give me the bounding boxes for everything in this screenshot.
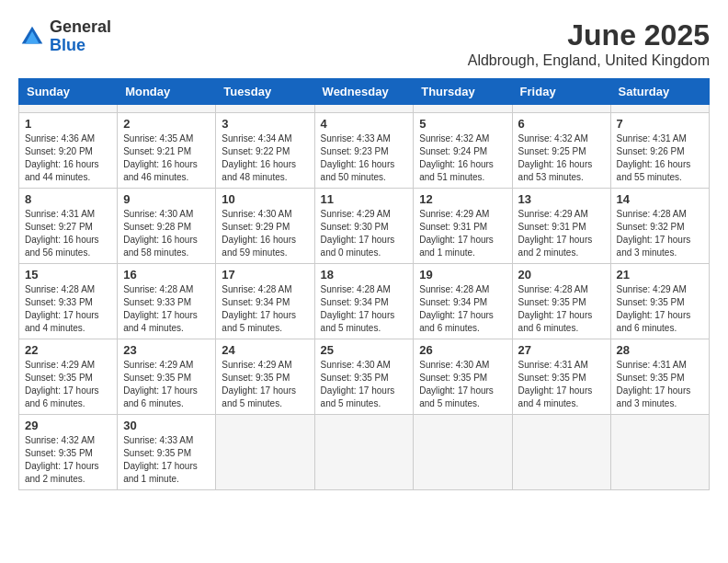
calendar-day-24: 24Sunrise: 4:29 AM Sunset: 9:35 PM Dayli… <box>216 339 314 415</box>
calendar-day-15: 15Sunrise: 4:28 AM Sunset: 9:33 PM Dayli… <box>19 264 118 339</box>
day-number: 24 <box>222 343 308 357</box>
day-number: 2 <box>123 117 210 131</box>
day-info: Sunrise: 4:29 AM Sunset: 9:31 PM Dayligh… <box>518 208 605 259</box>
day-number: 13 <box>518 192 605 206</box>
day-number: 21 <box>617 268 703 282</box>
weekday-header-tuesday: Tuesday <box>216 79 314 105</box>
calendar-day-empty <box>610 415 709 490</box>
calendar-day-18: 18Sunrise: 4:28 AM Sunset: 9:34 PM Dayli… <box>314 264 414 339</box>
day-info: Sunrise: 4:33 AM Sunset: 9:35 PM Dayligh… <box>123 434 210 486</box>
calendar-day-20: 20Sunrise: 4:28 AM Sunset: 9:35 PM Dayli… <box>512 264 610 339</box>
location-title: Aldbrough, England, United Kingdom <box>468 52 710 69</box>
calendar-day-2: 2Sunrise: 4:35 AM Sunset: 9:21 PM Daylig… <box>118 113 216 189</box>
weekday-header-sunday: Sunday <box>19 79 118 105</box>
calendar-day-25: 25Sunrise: 4:30 AM Sunset: 9:35 PM Dayli… <box>314 339 414 415</box>
day-info: Sunrise: 4:32 AM Sunset: 9:25 PM Dayligh… <box>518 132 605 184</box>
weekday-header-thursday: Thursday <box>414 79 512 105</box>
calendar-week-row <box>19 105 710 113</box>
calendar-day-empty <box>314 105 414 113</box>
calendar-day-11: 11Sunrise: 4:29 AM Sunset: 9:30 PM Dayli… <box>314 189 414 264</box>
logo-text: General Blue <box>50 18 111 55</box>
calendar-table: SundayMondayTuesdayWednesdayThursdayFrid… <box>18 78 710 490</box>
day-number: 1 <box>25 117 111 131</box>
day-info: Sunrise: 4:32 AM Sunset: 9:24 PM Dayligh… <box>419 132 506 184</box>
calendar-day-19: 19Sunrise: 4:28 AM Sunset: 9:34 PM Dayli… <box>414 264 512 339</box>
day-info: Sunrise: 4:30 AM Sunset: 9:35 PM Dayligh… <box>419 359 506 410</box>
day-info: Sunrise: 4:35 AM Sunset: 9:21 PM Dayligh… <box>123 132 210 184</box>
logo-general-label: General <box>50 18 111 37</box>
day-number: 26 <box>419 343 506 357</box>
day-number: 29 <box>25 419 111 432</box>
calendar-week-row: 1Sunrise: 4:36 AM Sunset: 9:20 PM Daylig… <box>19 113 710 189</box>
weekday-header-monday: Monday <box>118 79 216 105</box>
day-number: 9 <box>123 192 210 206</box>
calendar-day-29: 29Sunrise: 4:32 AM Sunset: 9:35 PM Dayli… <box>19 415 118 490</box>
logo: General Blue <box>18 18 111 55</box>
logo-icon <box>18 23 46 51</box>
calendar-day-30: 30Sunrise: 4:33 AM Sunset: 9:35 PM Dayli… <box>118 415 216 490</box>
calendar-day-empty <box>512 105 610 113</box>
calendar-day-12: 12Sunrise: 4:29 AM Sunset: 9:31 PM Dayli… <box>414 189 512 264</box>
day-number: 3 <box>222 117 308 131</box>
day-number: 19 <box>419 268 506 282</box>
day-info: Sunrise: 4:31 AM Sunset: 9:27 PM Dayligh… <box>25 208 111 259</box>
calendar-day-empty <box>216 415 314 490</box>
day-info: Sunrise: 4:29 AM Sunset: 9:35 PM Dayligh… <box>617 283 703 335</box>
calendar-day-4: 4Sunrise: 4:33 AM Sunset: 9:23 PM Daylig… <box>314 113 414 189</box>
day-number: 14 <box>617 192 703 206</box>
day-number: 12 <box>419 192 506 206</box>
day-info: Sunrise: 4:28 AM Sunset: 9:34 PM Dayligh… <box>419 283 506 335</box>
day-info: Sunrise: 4:29 AM Sunset: 9:35 PM Dayligh… <box>222 359 308 410</box>
day-number: 25 <box>321 343 408 357</box>
day-info: Sunrise: 4:29 AM Sunset: 9:35 PM Dayligh… <box>25 359 111 410</box>
calendar-day-empty <box>414 105 512 113</box>
day-number: 28 <box>617 343 703 357</box>
calendar-day-empty <box>314 415 414 490</box>
calendar-day-26: 26Sunrise: 4:30 AM Sunset: 9:35 PM Dayli… <box>414 339 512 415</box>
calendar-day-21: 21Sunrise: 4:29 AM Sunset: 9:35 PM Dayli… <box>610 264 709 339</box>
day-info: Sunrise: 4:31 AM Sunset: 9:35 PM Dayligh… <box>617 359 703 410</box>
logo-blue-label: Blue <box>50 37 111 55</box>
day-number: 4 <box>321 117 408 131</box>
calendar-day-9: 9Sunrise: 4:30 AM Sunset: 9:28 PM Daylig… <box>118 189 216 264</box>
day-info: Sunrise: 4:31 AM Sunset: 9:35 PM Dayligh… <box>518 359 605 410</box>
day-info: Sunrise: 4:28 AM Sunset: 9:35 PM Dayligh… <box>518 283 605 335</box>
weekday-header-saturday: Saturday <box>610 79 709 105</box>
day-number: 18 <box>321 268 408 282</box>
day-number: 11 <box>321 192 408 206</box>
calendar-week-row: 8Sunrise: 4:31 AM Sunset: 9:27 PM Daylig… <box>19 189 710 264</box>
calendar-day-empty <box>216 105 314 113</box>
calendar-week-row: 29Sunrise: 4:32 AM Sunset: 9:35 PM Dayli… <box>19 415 710 490</box>
calendar-day-10: 10Sunrise: 4:30 AM Sunset: 9:29 PM Dayli… <box>216 189 314 264</box>
day-info: Sunrise: 4:28 AM Sunset: 9:32 PM Dayligh… <box>617 208 703 259</box>
day-number: 23 <box>123 343 210 357</box>
month-title: June 2025 <box>468 18 710 52</box>
day-number: 20 <box>518 268 605 282</box>
calendar-day-8: 8Sunrise: 4:31 AM Sunset: 9:27 PM Daylig… <box>19 189 118 264</box>
calendar-day-empty <box>118 105 216 113</box>
day-number: 22 <box>25 343 111 357</box>
day-info: Sunrise: 4:28 AM Sunset: 9:33 PM Dayligh… <box>25 283 111 335</box>
calendar-day-27: 27Sunrise: 4:31 AM Sunset: 9:35 PM Dayli… <box>512 339 610 415</box>
day-info: Sunrise: 4:33 AM Sunset: 9:23 PM Dayligh… <box>321 132 408 184</box>
title-area: June 2025 Aldbrough, England, United Kin… <box>468 18 710 69</box>
day-number: 30 <box>123 419 210 432</box>
calendar-day-empty <box>512 415 610 490</box>
day-info: Sunrise: 4:30 AM Sunset: 9:29 PM Dayligh… <box>222 208 308 259</box>
calendar-day-3: 3Sunrise: 4:34 AM Sunset: 9:22 PM Daylig… <box>216 113 314 189</box>
header: General Blue June 2025 Aldbrough, Englan… <box>18 18 710 69</box>
day-info: Sunrise: 4:29 AM Sunset: 9:31 PM Dayligh… <box>419 208 506 259</box>
calendar-day-13: 13Sunrise: 4:29 AM Sunset: 9:31 PM Dayli… <box>512 189 610 264</box>
day-number: 7 <box>617 117 703 131</box>
day-info: Sunrise: 4:30 AM Sunset: 9:35 PM Dayligh… <box>321 359 408 410</box>
day-number: 10 <box>222 192 308 206</box>
day-info: Sunrise: 4:36 AM Sunset: 9:20 PM Dayligh… <box>25 132 111 184</box>
calendar-day-empty <box>19 105 118 113</box>
day-info: Sunrise: 4:30 AM Sunset: 9:28 PM Dayligh… <box>123 208 210 259</box>
day-number: 6 <box>518 117 605 131</box>
day-info: Sunrise: 4:28 AM Sunset: 9:34 PM Dayligh… <box>321 283 408 335</box>
day-info: Sunrise: 4:29 AM Sunset: 9:30 PM Dayligh… <box>321 208 408 259</box>
day-info: Sunrise: 4:29 AM Sunset: 9:35 PM Dayligh… <box>123 359 210 410</box>
calendar-day-22: 22Sunrise: 4:29 AM Sunset: 9:35 PM Dayli… <box>19 339 118 415</box>
day-number: 16 <box>123 268 210 282</box>
